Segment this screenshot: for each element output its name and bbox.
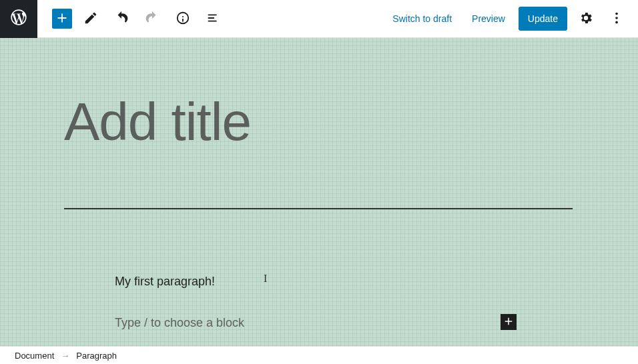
update-button[interactable]: Update [519,7,567,31]
block-appender-add-button[interactable] [501,314,517,330]
redo-button[interactable] [140,7,164,31]
chevron-right-icon: → [61,351,69,361]
svg-point-2 [615,21,618,23]
svg-point-0 [615,12,618,15]
gear-icon [579,11,593,27]
options-button[interactable] [605,7,629,31]
post-title-input[interactable] [64,91,573,153]
plus-icon [55,11,69,27]
list-view-icon [206,11,221,27]
wordpress-icon [9,8,28,29]
breadcrumb-current[interactable]: Paragraph [76,351,117,361]
text-cursor-icon: I [264,273,267,285]
block-appender-input[interactable] [115,316,517,330]
info-icon [176,11,190,27]
editor-canvas: My first paragraph! I [0,38,638,346]
undo-button[interactable] [109,7,133,31]
more-vertical-icon [609,11,624,27]
svg-point-1 [615,17,618,19]
details-button[interactable] [171,7,195,31]
undo-icon [114,11,129,27]
editor-toolbar: Switch to draft Preview Update [0,0,638,38]
title-underline [64,208,573,209]
redo-icon [145,11,160,27]
plus-icon [503,315,515,329]
pencil-icon [83,11,98,27]
outline-button[interactable] [202,7,226,31]
switch-to-draft-button[interactable]: Switch to draft [386,8,458,29]
add-block-button[interactable] [52,9,72,29]
wordpress-logo[interactable] [0,0,37,38]
breadcrumb: Document → Paragraph [0,346,638,364]
settings-button[interactable] [574,7,598,31]
tools-button[interactable] [79,7,103,31]
preview-button[interactable]: Preview [465,8,512,29]
breadcrumb-root[interactable]: Document [15,351,54,361]
paragraph-block[interactable]: My first paragraph! [115,275,215,289]
